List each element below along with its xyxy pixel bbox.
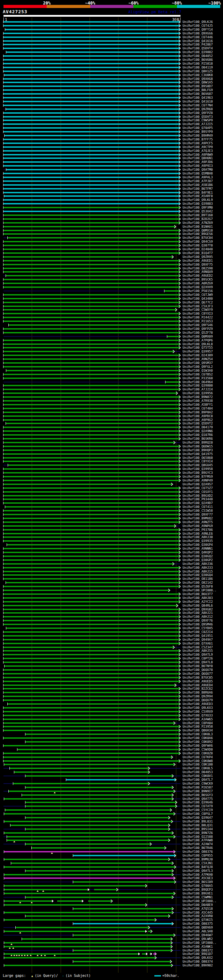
alignment-segment[interactable]: [26, 870, 172, 872]
hit-label[interactable]: UniRef100_B1NHU1: [183, 225, 213, 228]
alignment-segment[interactable]: [5, 29, 179, 30]
alignment-segment[interactable]: [7, 840, 168, 841]
alignment-segment[interactable]: [3, 37, 179, 38]
hit-label[interactable]: UniRef100_A9NZT5: [183, 520, 213, 524]
hit-label[interactable]: UniRef100_Q5DVT3: [183, 115, 213, 119]
alignment-segment[interactable]: [3, 745, 179, 746]
alignment-segment[interactable]: [73, 923, 172, 924]
alignment-segment[interactable]: [4, 196, 179, 197]
alignment-segment[interactable]: [3, 533, 179, 535]
alignment-segment[interactable]: [3, 487, 179, 489]
hit-label[interactable]: UniRef100_Q9XG82: [183, 608, 213, 611]
hit-label[interactable]: UniRef100_Q41610: [183, 100, 213, 103]
hit-label[interactable]: UniRef100_Q9FS46: [183, 323, 213, 327]
hit-label[interactable]: UniRef100_B9N9I7: [183, 789, 213, 793]
hit-label[interactable]: UniRef100_C0PT26: [183, 657, 213, 660]
hit-label[interactable]: UniRef100_B6TNY0: [183, 664, 213, 668]
hit-label[interactable]: UniRef100_B6V687: [183, 92, 213, 95]
hit-label[interactable]: UniRef100_B9N872: [183, 395, 213, 399]
hit-label[interactable]: UniRef100_Q39882: [183, 51, 213, 54]
hit-label[interactable]: UniRef100_B9S0D7: [183, 84, 213, 88]
hit-label[interactable]: UniRef100_O82598: [183, 267, 213, 270]
alignment-segment[interactable]: [3, 752, 179, 754]
hit-label[interactable]: UniRef100_B7UC05: [183, 676, 213, 679]
hit-label[interactable]: UniRef100_C5IW58: [183, 509, 213, 512]
hit-label[interactable]: UniRef100_Q5DVT2: [183, 422, 213, 425]
alignment-segment[interactable]: [3, 252, 179, 254]
hit-label[interactable]: UniRef100_A7QJE3: [183, 149, 213, 153]
hit-label[interactable]: UniRef100_C0K092: [183, 740, 213, 744]
alignment-segment[interactable]: [3, 44, 179, 45]
alignment-segment[interactable]: [3, 298, 179, 299]
hit-label[interactable]: UniRef100_C0K0L3: [183, 732, 213, 736]
alignment-segment[interactable]: [3, 385, 179, 386]
hit-label[interactable]: UniRef100_Q677C2: [183, 301, 213, 304]
hit-label[interactable]: UniRef100_C6T404: [183, 407, 213, 410]
hit-label[interactable]: UniRef100_Q30GQ4: [183, 573, 213, 577]
alignment-segment[interactable]: [3, 48, 179, 49]
hit-label[interactable]: UniRef100_B6SI09: [183, 880, 213, 884]
hit-label[interactable]: UniRef100_A9PCF5: [183, 142, 213, 145]
hit-label[interactable]: UniRef100_B9Q1D7: [183, 952, 213, 956]
alignment-segment[interactable]: [4, 965, 172, 966]
hit-label[interactable]: UniRef100_A9NPG9: [183, 524, 213, 528]
alignment-segment[interactable]: [26, 843, 150, 845]
hit-label[interactable]: UniRef100_Q9FPZ9: [183, 327, 213, 331]
hit-label[interactable]: UniRef100_Q41975: [183, 452, 213, 456]
hit-label[interactable]: UniRef100_B9GXD2: [183, 494, 213, 498]
hit-label[interactable]: UniRef100_Q84RL6: [183, 604, 213, 607]
alignment-segment[interactable]: [26, 733, 179, 735]
alignment-segment[interactable]: [3, 245, 179, 246]
hit-label[interactable]: UniRef100_B6V686: [183, 58, 213, 62]
hit-label[interactable]: UniRef100_C0P955: [183, 854, 213, 857]
hit-label[interactable]: UniRef100_Q39646: [183, 800, 213, 804]
hit-label[interactable]: UniRef100_A3AW65: [183, 718, 213, 721]
alignment-segment[interactable]: [3, 450, 179, 451]
alignment-segment[interactable]: [3, 150, 179, 151]
hit-label[interactable]: UniRef100_B9RQI0: [183, 441, 213, 444]
hit-label[interactable]: UniRef100_Q30GP4: [183, 543, 213, 546]
alignment-segment[interactable]: [3, 358, 179, 360]
hit-label[interactable]: UniRef100_C6TJW9: [183, 293, 213, 296]
hit-label[interactable]: UniRef100_B9MUQ2: [183, 517, 213, 520]
hit-label[interactable]: UniRef100_Q9ZR68: [183, 107, 213, 111]
alignment-segment[interactable]: [3, 241, 179, 242]
hit-label[interactable]: UniRef100_Q41951: [183, 634, 213, 638]
hit-label[interactable]: UniRef100_A9P8W9: [183, 153, 213, 156]
alignment-segment[interactable]: [3, 192, 179, 193]
alignment-segment[interactable]: [3, 453, 179, 455]
hit-label[interactable]: UniRef100_O04052: [183, 54, 213, 58]
hit-label[interactable]: UniRef100_A5C6E3: [183, 877, 213, 880]
alignment-segment[interactable]: [3, 351, 173, 352]
alignment-segment[interactable]: [3, 552, 179, 553]
hit-label[interactable]: UniRef100_A9UED4: [183, 684, 213, 687]
alignment-segment[interactable]: [3, 536, 179, 538]
alignment-segment[interactable]: [3, 707, 179, 708]
alignment-segment[interactable]: [3, 199, 179, 200]
hit-label[interactable]: UniRef100_Q9LWR2: [183, 937, 213, 941]
alignment-segment[interactable]: [3, 25, 179, 26]
hit-label[interactable]: UniRef100_C5YDH5: [183, 627, 213, 630]
hit-label[interactable]: UniRef100_A0RZG9: [183, 282, 213, 285]
alignment-segment[interactable]: [3, 480, 179, 481]
alignment-segment[interactable]: [4, 874, 172, 875]
hit-label[interactable]: UniRef100_P21653: [183, 320, 213, 323]
alignment-segment[interactable]: [3, 146, 179, 148]
alignment-segment[interactable]: [3, 457, 179, 458]
alignment-segment[interactable]: [3, 158, 179, 159]
hit-label[interactable]: UniRef100_Q41963: [183, 96, 213, 99]
alignment-segment[interactable]: [3, 82, 179, 83]
alignment-segment[interactable]: [3, 173, 179, 174]
hit-label[interactable]: UniRef100_O04053: [183, 770, 213, 774]
alignment-segment[interactable]: [3, 620, 179, 621]
alignment-segment[interactable]: [3, 445, 179, 447]
hit-label[interactable]: UniRef100_A5ARF0: [183, 194, 213, 198]
hit-label[interactable]: UniRef100_UPI000..: [183, 589, 217, 592]
alignment-segment[interactable]: [3, 177, 179, 178]
alignment-segment[interactable]: [26, 775, 172, 776]
alignment-segment[interactable]: [3, 347, 179, 348]
hit-label[interactable]: UniRef100_B9SYP9: [183, 130, 213, 134]
hit-label[interactable]: UniRef100_D0ABE9: [183, 903, 213, 907]
alignment-segment[interactable]: [9, 325, 179, 326]
hit-label[interactable]: UniRef100_O80372: [183, 949, 213, 952]
